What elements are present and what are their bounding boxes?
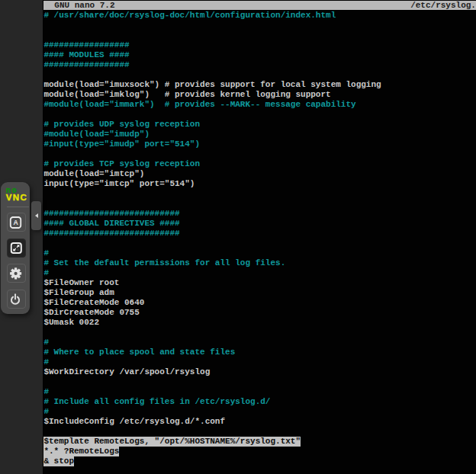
svg-text:A: A xyxy=(14,219,19,226)
